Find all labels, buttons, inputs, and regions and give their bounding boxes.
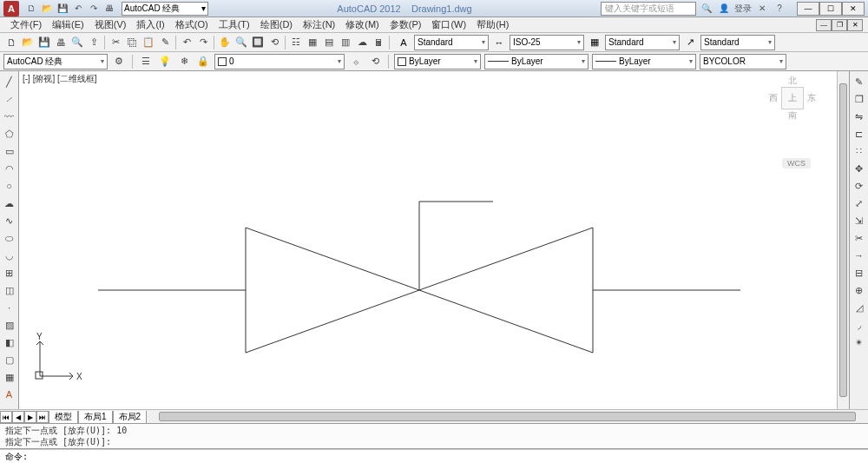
zoom-prev-icon[interactable]: ⟲ xyxy=(266,35,282,50)
gradient-icon[interactable]: ◧ xyxy=(2,334,17,350)
viewcube-north[interactable]: 北 xyxy=(788,75,797,87)
login-link[interactable]: 登录 xyxy=(734,3,752,15)
tab-layout2[interactable]: 布局2 xyxy=(113,411,148,424)
layer-dropdown[interactable]: 0▾ xyxy=(214,54,345,69)
pan-icon[interactable]: ✋ xyxy=(217,35,233,50)
workspace-dropdown[interactable]: AutoCAD 经典 ▾ xyxy=(122,2,208,16)
view-label[interactable]: [-] [俯视] [二维线框] xyxy=(23,73,97,85)
text-style-icon[interactable]: A xyxy=(396,35,411,50)
stretch-icon[interactable]: ⇲ xyxy=(852,213,867,228)
save-icon[interactable]: 💾 xyxy=(36,35,52,50)
copy-icon[interactable]: ⿻ xyxy=(124,35,140,50)
layer-freeze-icon[interactable]: ❄ xyxy=(176,54,192,69)
extend-icon[interactable]: → xyxy=(852,248,867,263)
command-prompt[interactable]: 命令: xyxy=(0,449,868,463)
rect-icon[interactable]: ▭ xyxy=(2,143,17,159)
minimize-button[interactable]: — xyxy=(797,2,819,16)
ellipse-icon[interactable]: ⬭ xyxy=(2,230,17,246)
array-icon[interactable]: ∷ xyxy=(852,143,867,159)
offset-icon[interactable]: ⊏ xyxy=(852,126,867,142)
scale-icon[interactable]: ⤢ xyxy=(852,195,867,211)
menu-window[interactable]: 窗口(W) xyxy=(426,17,471,33)
paste-icon[interactable]: 📋 xyxy=(141,35,156,50)
block-icon[interactable]: ◫ xyxy=(2,282,17,298)
tab-prev-button[interactable]: ◀ xyxy=(12,411,24,423)
zoom-rt-icon[interactable]: 🔍 xyxy=(233,35,249,50)
menu-view[interactable]: 视图(V) xyxy=(89,17,132,33)
horizontal-scrollbar[interactable] xyxy=(147,410,868,423)
layer-lock-icon[interactable]: 🔒 xyxy=(195,54,211,69)
cut-icon[interactable]: ✂ xyxy=(108,35,123,50)
new-icon[interactable]: 🗋 xyxy=(3,35,19,50)
text-style-dropdown[interactable]: Standard▾ xyxy=(414,35,489,50)
table-style-icon[interactable]: ▦ xyxy=(587,35,602,50)
markup-icon[interactable]: ☁ xyxy=(354,35,370,50)
layer-props-icon[interactable]: ☰ xyxy=(138,54,154,69)
save-icon[interactable]: 💾 xyxy=(56,2,69,16)
polygon-icon[interactable]: ⬠ xyxy=(2,126,17,142)
mtext-icon[interactable]: A xyxy=(2,387,17,402)
arc-icon[interactable]: ◠ xyxy=(2,161,17,176)
ellipse-arc-icon[interactable]: ◡ xyxy=(2,248,17,263)
tab-layout1[interactable]: 布局1 xyxy=(78,411,113,424)
hatch-icon[interactable]: ▨ xyxy=(2,317,17,333)
wcs-badge[interactable]: WCS xyxy=(782,158,811,169)
search-icon[interactable]: 🔍 xyxy=(700,2,713,16)
explode-icon[interactable]: ✴ xyxy=(852,334,867,350)
table-style-dropdown[interactable]: Standard▾ xyxy=(605,35,680,50)
menu-modify[interactable]: 修改(M) xyxy=(340,17,385,33)
menu-parametric[interactable]: 参数(P) xyxy=(385,17,427,33)
menu-edit[interactable]: 编辑(E) xyxy=(47,17,89,33)
chamfer-icon[interactable]: ◿ xyxy=(852,300,867,315)
mirror-icon[interactable]: ⇋ xyxy=(852,109,867,124)
search-input[interactable]: 键入关键字或短语 xyxy=(601,2,696,16)
table-icon[interactable]: ▦ xyxy=(2,369,17,385)
linetype-dropdown[interactable]: ByLayer▾ xyxy=(484,54,589,69)
user-icon[interactable]: 👤 xyxy=(717,2,731,16)
undo-icon[interactable]: ↶ xyxy=(179,35,194,50)
menu-help[interactable]: 帮助(H) xyxy=(471,17,514,33)
match-icon[interactable]: ✎ xyxy=(157,35,173,50)
view-cube[interactable]: 北 西 上 东 南 xyxy=(762,75,823,153)
exchange-icon[interactable]: ✕ xyxy=(755,2,769,16)
insert-icon[interactable]: ⊞ xyxy=(2,265,17,281)
redo-icon[interactable]: ↷ xyxy=(195,35,211,50)
tab-last-button[interactable]: ⏭ xyxy=(36,411,49,423)
workspace-dropdown-2[interactable]: AutoCAD 经典▾ xyxy=(3,54,108,69)
doc-close-button[interactable]: ✕ xyxy=(847,19,863,31)
redo-icon[interactable]: ↷ xyxy=(87,2,101,16)
doc-minimize-button[interactable]: — xyxy=(816,19,832,31)
preview-icon[interactable]: 🔍 xyxy=(69,35,85,50)
fillet-icon[interactable]: ◞ xyxy=(852,317,867,333)
open-icon[interactable]: 📂 xyxy=(40,2,54,16)
plotstyle-dropdown[interactable]: BYCOLOR▾ xyxy=(700,54,786,69)
command-history[interactable]: 指定下一点或 [放弃(U)]: 10 指定下一点或 [放弃(U)]: xyxy=(0,423,868,449)
tool-palettes-icon[interactable]: ▤ xyxy=(321,35,337,50)
circle-icon[interactable]: ○ xyxy=(2,178,17,194)
layer-prev-icon[interactable]: ⟲ xyxy=(367,54,383,69)
pline-icon[interactable]: 〰 xyxy=(2,109,17,124)
copy-obj-icon[interactable]: ❐ xyxy=(852,91,867,107)
close-button[interactable]: ✕ xyxy=(842,2,865,16)
sheet-set-icon[interactable]: ▥ xyxy=(338,35,353,50)
workspace-settings-icon[interactable]: ⚙ xyxy=(111,54,127,69)
xline-icon[interactable]: ⟋ xyxy=(2,91,17,107)
calc-icon[interactable]: 🖩 xyxy=(371,35,386,50)
publish-icon[interactable]: ⇪ xyxy=(86,35,102,50)
open-icon[interactable]: 📂 xyxy=(20,35,36,50)
vertical-scrollbar[interactable] xyxy=(837,71,849,409)
mleader-style-dropdown[interactable]: Standard▾ xyxy=(700,35,775,50)
drawing-canvas[interactable]: [-] [俯视] [二维线框] X Y 北 xyxy=(19,71,837,409)
line-icon[interactable]: ╱ xyxy=(2,74,17,89)
viewcube-east[interactable]: 东 xyxy=(807,92,816,104)
join-icon[interactable]: ⊕ xyxy=(852,282,867,298)
menu-draw[interactable]: 绘图(D) xyxy=(255,17,298,33)
layer-match-icon[interactable]: ⟐ xyxy=(348,54,364,69)
point-icon[interactable]: · xyxy=(2,300,17,315)
erase-icon[interactable]: ✎ xyxy=(852,74,867,89)
new-icon[interactable]: 🗋 xyxy=(24,2,38,16)
dim-style-dropdown[interactable]: ISO-25▾ xyxy=(510,35,584,50)
revcloud-icon[interactable]: ☁ xyxy=(2,195,17,211)
tab-model[interactable]: 模型 xyxy=(49,411,78,424)
region-icon[interactable]: ▢ xyxy=(2,352,17,367)
